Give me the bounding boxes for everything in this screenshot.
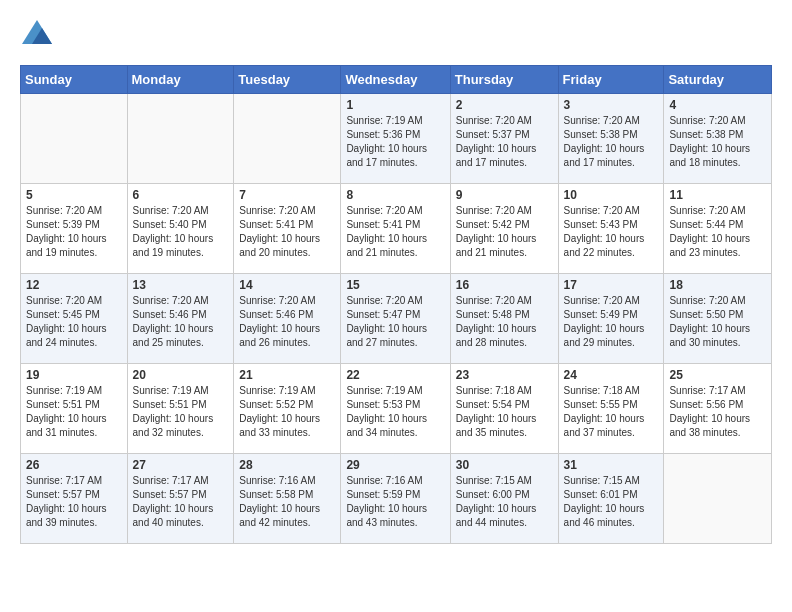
day-number: 31	[564, 458, 659, 472]
day-number: 10	[564, 188, 659, 202]
weekday-header-monday: Monday	[127, 66, 234, 94]
calendar-cell: 22Sunrise: 7:19 AM Sunset: 5:53 PM Dayli…	[341, 364, 450, 454]
calendar-cell: 13Sunrise: 7:20 AM Sunset: 5:46 PM Dayli…	[127, 274, 234, 364]
calendar-cell: 10Sunrise: 7:20 AM Sunset: 5:43 PM Dayli…	[558, 184, 664, 274]
calendar-cell: 21Sunrise: 7:19 AM Sunset: 5:52 PM Dayli…	[234, 364, 341, 454]
calendar-cell: 8Sunrise: 7:20 AM Sunset: 5:41 PM Daylig…	[341, 184, 450, 274]
day-number: 12	[26, 278, 122, 292]
calendar-cell: 24Sunrise: 7:18 AM Sunset: 5:55 PM Dayli…	[558, 364, 664, 454]
day-info: Sunrise: 7:20 AM Sunset: 5:46 PM Dayligh…	[239, 294, 335, 350]
week-row-5: 26Sunrise: 7:17 AM Sunset: 5:57 PM Dayli…	[21, 454, 772, 544]
day-number: 30	[456, 458, 553, 472]
day-info: Sunrise: 7:20 AM Sunset: 5:48 PM Dayligh…	[456, 294, 553, 350]
weekday-header-sunday: Sunday	[21, 66, 128, 94]
day-info: Sunrise: 7:20 AM Sunset: 5:38 PM Dayligh…	[564, 114, 659, 170]
day-info: Sunrise: 7:20 AM Sunset: 5:44 PM Dayligh…	[669, 204, 766, 260]
day-info: Sunrise: 7:19 AM Sunset: 5:36 PM Dayligh…	[346, 114, 444, 170]
weekday-header-row: SundayMondayTuesdayWednesdayThursdayFrid…	[21, 66, 772, 94]
day-number: 26	[26, 458, 122, 472]
logo	[20, 20, 52, 49]
day-number: 22	[346, 368, 444, 382]
day-info: Sunrise: 7:20 AM Sunset: 5:39 PM Dayligh…	[26, 204, 122, 260]
day-number: 13	[133, 278, 229, 292]
day-number: 28	[239, 458, 335, 472]
day-info: Sunrise: 7:20 AM Sunset: 5:42 PM Dayligh…	[456, 204, 553, 260]
day-info: Sunrise: 7:15 AM Sunset: 6:00 PM Dayligh…	[456, 474, 553, 530]
week-row-3: 12Sunrise: 7:20 AM Sunset: 5:45 PM Dayli…	[21, 274, 772, 364]
day-number: 8	[346, 188, 444, 202]
calendar-cell: 4Sunrise: 7:20 AM Sunset: 5:38 PM Daylig…	[664, 94, 772, 184]
day-number: 15	[346, 278, 444, 292]
day-info: Sunrise: 7:20 AM Sunset: 5:38 PM Dayligh…	[669, 114, 766, 170]
day-info: Sunrise: 7:20 AM Sunset: 5:46 PM Dayligh…	[133, 294, 229, 350]
day-info: Sunrise: 7:16 AM Sunset: 5:59 PM Dayligh…	[346, 474, 444, 530]
calendar-cell: 19Sunrise: 7:19 AM Sunset: 5:51 PM Dayli…	[21, 364, 128, 454]
calendar-cell: 1Sunrise: 7:19 AM Sunset: 5:36 PM Daylig…	[341, 94, 450, 184]
weekday-header-thursday: Thursday	[450, 66, 558, 94]
calendar-cell: 3Sunrise: 7:20 AM Sunset: 5:38 PM Daylig…	[558, 94, 664, 184]
calendar-cell: 26Sunrise: 7:17 AM Sunset: 5:57 PM Dayli…	[21, 454, 128, 544]
calendar-cell	[234, 94, 341, 184]
day-number: 27	[133, 458, 229, 472]
day-number: 17	[564, 278, 659, 292]
weekday-header-saturday: Saturday	[664, 66, 772, 94]
day-number: 4	[669, 98, 766, 112]
day-info: Sunrise: 7:20 AM Sunset: 5:50 PM Dayligh…	[669, 294, 766, 350]
calendar-cell: 25Sunrise: 7:17 AM Sunset: 5:56 PM Dayli…	[664, 364, 772, 454]
day-info: Sunrise: 7:15 AM Sunset: 6:01 PM Dayligh…	[564, 474, 659, 530]
calendar-cell	[21, 94, 128, 184]
day-number: 5	[26, 188, 122, 202]
day-number: 6	[133, 188, 229, 202]
calendar-cell: 18Sunrise: 7:20 AM Sunset: 5:50 PM Dayli…	[664, 274, 772, 364]
week-row-2: 5Sunrise: 7:20 AM Sunset: 5:39 PM Daylig…	[21, 184, 772, 274]
day-number: 9	[456, 188, 553, 202]
calendar-cell: 9Sunrise: 7:20 AM Sunset: 5:42 PM Daylig…	[450, 184, 558, 274]
day-number: 16	[456, 278, 553, 292]
day-number: 11	[669, 188, 766, 202]
calendar-cell: 15Sunrise: 7:20 AM Sunset: 5:47 PM Dayli…	[341, 274, 450, 364]
calendar-cell: 17Sunrise: 7:20 AM Sunset: 5:49 PM Dayli…	[558, 274, 664, 364]
day-info: Sunrise: 7:18 AM Sunset: 5:54 PM Dayligh…	[456, 384, 553, 440]
calendar-cell: 5Sunrise: 7:20 AM Sunset: 5:39 PM Daylig…	[21, 184, 128, 274]
day-info: Sunrise: 7:16 AM Sunset: 5:58 PM Dayligh…	[239, 474, 335, 530]
day-number: 20	[133, 368, 229, 382]
day-number: 19	[26, 368, 122, 382]
day-info: Sunrise: 7:20 AM Sunset: 5:37 PM Dayligh…	[456, 114, 553, 170]
week-row-4: 19Sunrise: 7:19 AM Sunset: 5:51 PM Dayli…	[21, 364, 772, 454]
calendar-cell	[664, 454, 772, 544]
day-info: Sunrise: 7:20 AM Sunset: 5:41 PM Dayligh…	[346, 204, 444, 260]
day-info: Sunrise: 7:18 AM Sunset: 5:55 PM Dayligh…	[564, 384, 659, 440]
weekday-header-wednesday: Wednesday	[341, 66, 450, 94]
day-number: 25	[669, 368, 766, 382]
day-info: Sunrise: 7:20 AM Sunset: 5:49 PM Dayligh…	[564, 294, 659, 350]
day-number: 29	[346, 458, 444, 472]
day-number: 23	[456, 368, 553, 382]
day-info: Sunrise: 7:17 AM Sunset: 5:56 PM Dayligh…	[669, 384, 766, 440]
calendar-cell: 20Sunrise: 7:19 AM Sunset: 5:51 PM Dayli…	[127, 364, 234, 454]
calendar-cell: 30Sunrise: 7:15 AM Sunset: 6:00 PM Dayli…	[450, 454, 558, 544]
day-number: 2	[456, 98, 553, 112]
calendar-cell: 23Sunrise: 7:18 AM Sunset: 5:54 PM Dayli…	[450, 364, 558, 454]
calendar-cell: 7Sunrise: 7:20 AM Sunset: 5:41 PM Daylig…	[234, 184, 341, 274]
day-number: 21	[239, 368, 335, 382]
day-info: Sunrise: 7:19 AM Sunset: 5:51 PM Dayligh…	[133, 384, 229, 440]
day-number: 14	[239, 278, 335, 292]
day-info: Sunrise: 7:20 AM Sunset: 5:47 PM Dayligh…	[346, 294, 444, 350]
weekday-header-friday: Friday	[558, 66, 664, 94]
day-number: 3	[564, 98, 659, 112]
day-info: Sunrise: 7:17 AM Sunset: 5:57 PM Dayligh…	[133, 474, 229, 530]
calendar-cell: 14Sunrise: 7:20 AM Sunset: 5:46 PM Dayli…	[234, 274, 341, 364]
calendar-cell: 31Sunrise: 7:15 AM Sunset: 6:01 PM Dayli…	[558, 454, 664, 544]
day-number: 24	[564, 368, 659, 382]
calendar-cell: 29Sunrise: 7:16 AM Sunset: 5:59 PM Dayli…	[341, 454, 450, 544]
calendar-cell: 12Sunrise: 7:20 AM Sunset: 5:45 PM Dayli…	[21, 274, 128, 364]
calendar-table: SundayMondayTuesdayWednesdayThursdayFrid…	[20, 65, 772, 544]
calendar-cell: 11Sunrise: 7:20 AM Sunset: 5:44 PM Dayli…	[664, 184, 772, 274]
calendar-cell: 6Sunrise: 7:20 AM Sunset: 5:40 PM Daylig…	[127, 184, 234, 274]
day-info: Sunrise: 7:19 AM Sunset: 5:52 PM Dayligh…	[239, 384, 335, 440]
calendar-cell: 16Sunrise: 7:20 AM Sunset: 5:48 PM Dayli…	[450, 274, 558, 364]
day-info: Sunrise: 7:17 AM Sunset: 5:57 PM Dayligh…	[26, 474, 122, 530]
day-info: Sunrise: 7:20 AM Sunset: 5:41 PM Dayligh…	[239, 204, 335, 260]
calendar-cell: 28Sunrise: 7:16 AM Sunset: 5:58 PM Dayli…	[234, 454, 341, 544]
day-number: 18	[669, 278, 766, 292]
